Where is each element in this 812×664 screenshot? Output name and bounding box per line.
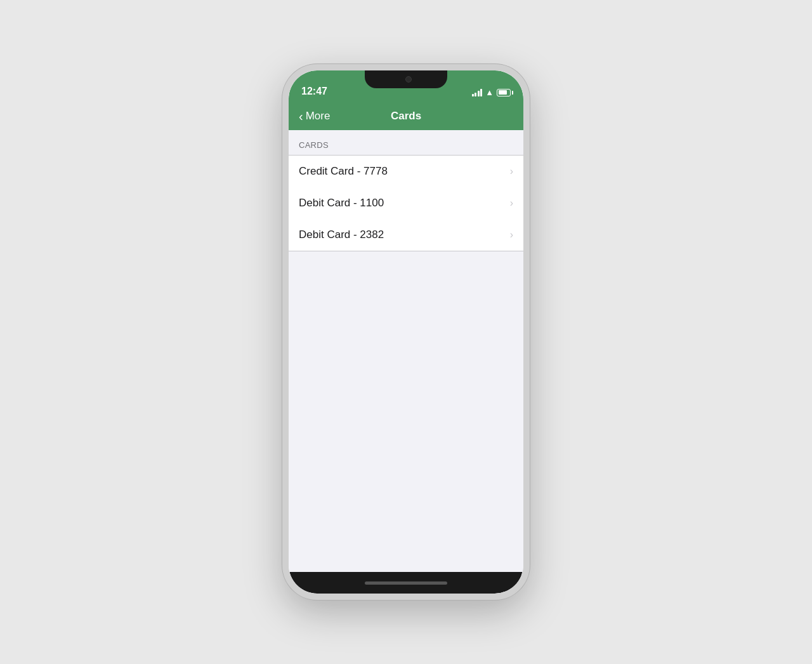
chevron-right-icon-1: › [510,197,513,209]
battery-icon [497,89,511,96]
notch [365,70,447,88]
wifi-icon: ▲ [485,88,494,97]
cards-list: Credit Card - 7778 › Debit Card - 1100 ›… [289,155,523,251]
section-header: CARDS [289,130,523,155]
card-label-1: Debit Card - 1100 [299,197,510,209]
home-indicator-area [289,572,523,594]
back-chevron-icon: ‹ [299,110,303,123]
nav-title: Cards [391,110,421,123]
signal-icon [472,89,483,96]
list-item[interactable]: Credit Card - 7778 › [289,156,523,187]
status-icons: ▲ [472,88,511,97]
status-bar: 12:47 ▲ [289,70,523,102]
list-item[interactable]: Debit Card - 1100 › [289,187,523,219]
chevron-right-icon-2: › [510,229,513,241]
phone-screen: 12:47 ▲ ‹ More Cards [289,70,523,594]
card-label-0: Credit Card - 7778 [299,165,510,178]
home-bar [365,581,447,585]
card-label-2: Debit Card - 2382 [299,229,510,241]
camera-dot [405,76,412,83]
phone-device: 12:47 ▲ ‹ More Cards [282,64,530,600]
content-area: CARDS Credit Card - 7778 › Debit Card - … [289,130,523,572]
navigation-bar: ‹ More Cards [289,102,523,130]
chevron-right-icon-0: › [510,166,513,177]
back-label: More [306,110,331,123]
list-item[interactable]: Debit Card - 2382 › [289,219,523,251]
